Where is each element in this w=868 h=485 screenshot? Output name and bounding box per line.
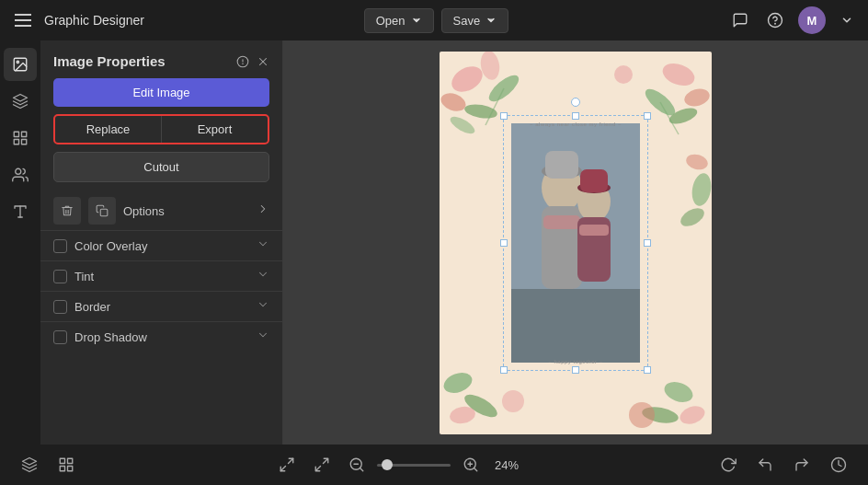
help-icon[interactable]	[763, 8, 787, 32]
svg-line-65	[474, 468, 476, 470]
svg-marker-4	[14, 95, 28, 102]
export-button[interactable]: Export	[162, 116, 268, 143]
svg-point-3	[17, 61, 18, 63]
duplicate-icon[interactable]	[88, 197, 116, 225]
open-button[interactable]: Open	[364, 8, 434, 33]
replace-button[interactable]: Replace	[55, 116, 161, 143]
redo-icon[interactable]	[787, 450, 817, 479]
delete-icon[interactable]	[53, 197, 81, 225]
handle-bottom-middle[interactable]	[572, 366, 579, 374]
handle-top-middle[interactable]	[572, 112, 579, 120]
sidebar-layers-icon[interactable]	[4, 85, 37, 118]
svg-point-24	[659, 59, 697, 89]
svg-rect-51	[579, 225, 609, 236]
info-icon[interactable]	[236, 55, 249, 68]
undo-icon[interactable]	[750, 450, 780, 479]
chevron-down-icon[interactable]	[837, 10, 857, 30]
options-chevron-icon[interactable]	[257, 202, 269, 219]
svg-rect-58	[60, 467, 64, 471]
svg-point-18	[447, 61, 486, 97]
zoom-in-icon[interactable]	[456, 450, 485, 479]
sidebar-users-icon[interactable]	[4, 158, 37, 191]
svg-point-33	[449, 404, 477, 425]
bottom-right	[714, 450, 853, 479]
svg-line-59	[288, 458, 292, 463]
svg-rect-5	[14, 132, 18, 136]
prop-tint[interactable]: Tint	[40, 260, 282, 291]
canvas-area[interactable]: ~ always near close my friend ~ ~ happy …	[283, 40, 868, 445]
sidebar-image-icon[interactable]	[4, 48, 37, 81]
edit-image-button[interactable]: Edit Image	[53, 78, 269, 107]
handle-middle-left[interactable]	[500, 239, 508, 247]
tint-checkbox[interactable]	[53, 270, 67, 283]
svg-line-60	[280, 467, 285, 471]
sidebar-text-icon[interactable]	[4, 195, 37, 228]
svg-rect-57	[68, 467, 73, 471]
handle-top-right[interactable]	[644, 112, 651, 120]
panel-title: Image Properties	[53, 53, 166, 69]
menu-icon[interactable]	[11, 10, 35, 30]
handle-top-left[interactable]	[500, 112, 508, 120]
main-content: Image Properties Edit Image Replace Expo…	[0, 40, 868, 445]
sidebar-icons	[0, 40, 40, 445]
svg-point-34	[662, 378, 696, 406]
zoom-out-icon[interactable]	[342, 450, 371, 479]
svg-point-30	[684, 152, 709, 172]
svg-rect-8	[14, 140, 18, 144]
avatar[interactable]: M	[798, 6, 826, 34]
svg-point-25	[682, 86, 712, 109]
svg-point-35	[678, 402, 707, 426]
drop-shadow-label: Drop Shadow	[74, 330, 249, 344]
drop-shadow-checkbox[interactable]	[53, 330, 67, 344]
svg-point-22	[463, 101, 498, 120]
svg-rect-7	[22, 140, 27, 144]
zoom-display: 24%	[491, 458, 523, 472]
bottom-toolbar: 24%	[0, 445, 868, 485]
sidebar-elements-icon[interactable]	[4, 121, 37, 155]
comment-icon[interactable]	[728, 8, 752, 32]
svg-point-9	[16, 168, 21, 174]
svg-rect-43	[511, 289, 640, 363]
close-icon[interactable]	[257, 55, 269, 68]
properties-panel: Image Properties Edit Image Replace Expo…	[40, 40, 283, 445]
panel-header: Image Properties	[40, 40, 282, 78]
border-checkbox[interactable]	[53, 300, 67, 314]
topbar: Graphic Designer Open Save M	[0, 0, 868, 40]
rotate-handle[interactable]	[571, 98, 580, 107]
photo-content	[511, 123, 640, 363]
svg-marker-54	[23, 458, 37, 466]
zoom-slider[interactable]	[377, 464, 451, 467]
svg-point-0	[768, 14, 782, 28]
history-icon[interactable]	[824, 450, 853, 479]
color-overlay-checkbox[interactable]	[53, 239, 67, 253]
fit-screen-icon[interactable]	[272, 450, 302, 479]
image-frame[interactable]: ~ always near close my friend ~ ~ happy …	[503, 115, 648, 371]
prop-drop-shadow[interactable]: Drop Shadow	[40, 321, 282, 352]
canvas-background: ~ always near close my friend ~ ~ happy …	[440, 52, 712, 434]
resize-icon[interactable]	[307, 450, 337, 479]
topbar-center: Open Save	[364, 8, 508, 33]
handle-bottom-left[interactable]	[500, 366, 508, 374]
svg-point-19	[440, 89, 468, 113]
svg-rect-46	[543, 215, 580, 229]
prop-border[interactable]: Border	[40, 291, 282, 321]
save-button[interactable]: Save	[441, 8, 509, 33]
refresh-icon[interactable]	[714, 450, 743, 479]
handle-middle-right[interactable]	[644, 239, 651, 247]
tint-chevron-icon	[257, 268, 269, 284]
svg-line-41	[660, 102, 679, 134]
image-frame-inner	[511, 123, 640, 363]
svg-point-20	[478, 52, 501, 81]
layers-bottom-icon[interactable]	[15, 450, 44, 479]
prop-color-overlay[interactable]: Color Overlay	[40, 230, 282, 260]
options-row: Options	[40, 191, 282, 230]
svg-point-23	[448, 113, 477, 136]
bottom-left	[15, 450, 81, 479]
svg-point-28	[690, 171, 712, 207]
border-chevron-icon	[257, 298, 269, 315]
grid-icon[interactable]	[51, 450, 81, 479]
svg-point-27	[668, 104, 700, 126]
cutout-button[interactable]: Cutout	[53, 152, 269, 182]
handle-bottom-right[interactable]	[644, 366, 651, 374]
svg-point-38	[629, 402, 655, 428]
